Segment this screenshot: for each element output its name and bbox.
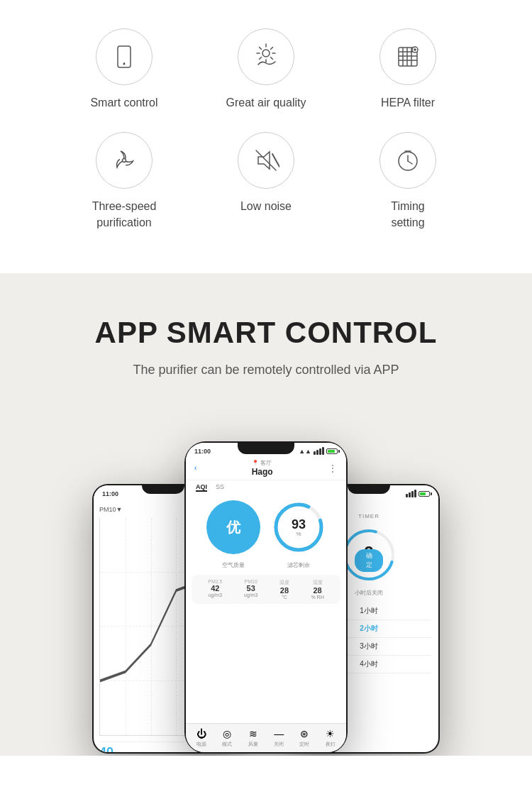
svg-point-2: [123, 63, 126, 65]
pm-unit: ug/m3: [116, 751, 132, 752]
temp-unit: °C: [279, 595, 289, 600]
mute-icon: [253, 147, 279, 174]
filter-label: 滤芯剩余: [272, 561, 326, 569]
nav-main-title: Hago: [252, 467, 273, 477]
power-icon: ⏻: [196, 728, 206, 739]
timer-sub-text: 小时后关闭: [355, 589, 383, 597]
svg-line-9: [271, 57, 273, 60]
nav-location: 📍 客厅: [252, 459, 273, 467]
svg-point-3: [262, 50, 270, 57]
gauges-row: 优 93 %: [186, 495, 346, 560]
tab-aqi[interactable]: AQI: [196, 483, 207, 492]
fan-icon: [111, 147, 138, 174]
svg-line-10: [271, 48, 273, 50]
stat-pm25: PM2.5 42 ug/m3: [208, 579, 222, 600]
more-button[interactable]: ⋮: [328, 463, 338, 474]
left-notch: [142, 484, 184, 494]
phone-center: 11:00 ▲▲: [184, 441, 348, 754]
bottom-nav: ⏻ 电源 ◎ 模式 ≋ 风量 — 关闭: [186, 723, 346, 752]
temp-label: 温度: [279, 579, 289, 586]
features-row-2: Three-speed purification Low noise: [14, 132, 518, 231]
aqi-tabs: AQI SS: [186, 480, 346, 495]
feature-three-speed: Three-speed purification: [53, 132, 195, 231]
bar3: [319, 448, 321, 455]
pm-reading: 40: [99, 745, 113, 752]
pm10-label: PM10: [244, 579, 257, 584]
svg-point-22: [123, 159, 126, 162]
timing-setting-label: Timing setting: [391, 199, 424, 231]
app-section-title: APP SMART CONTROL: [14, 316, 518, 350]
svg-line-8: [260, 48, 262, 50]
air-quality-gauge: 优: [206, 500, 260, 554]
feature-low-noise: Low noise: [195, 132, 337, 231]
bnav-timer[interactable]: ⊛ 定时: [299, 728, 309, 748]
light-icon: ☀: [326, 728, 335, 739]
right-battery-fill: [420, 492, 426, 495]
timer-nav-icon: ⊛: [300, 728, 309, 739]
pm25-label: PM2.5: [208, 579, 222, 584]
bar4: [322, 447, 324, 455]
svg-line-24: [272, 154, 279, 167]
timer-section-label: TIMER: [358, 513, 379, 519]
hepa-filter-icon-wrap: [379, 28, 436, 85]
center-battery-fill: [328, 450, 335, 453]
bar2: [409, 492, 411, 497]
back-button[interactable]: ‹: [194, 464, 196, 472]
clock-icon-wrap: [379, 132, 436, 189]
pm-header: PM10▼: [99, 506, 122, 513]
location-text: 客厅: [260, 459, 272, 467]
bnav-power[interactable]: ⏻ 电源: [196, 728, 206, 748]
app-section-subtitle: The purifier can be remotely controlled …: [14, 363, 518, 378]
timer-confirm-button[interactable]: 确定: [355, 549, 383, 572]
app-section: APP SMART CONTROL The purifier can be re…: [0, 273, 532, 756]
svg-line-11: [260, 57, 262, 60]
bnav-fan[interactable]: ≋ 风量: [248, 728, 258, 748]
bar1: [406, 494, 408, 497]
bar3: [411, 491, 414, 497]
fan-speed-icon: ≋: [249, 728, 257, 739]
bnav-light[interactable]: ☀ 夜灯: [326, 728, 336, 748]
tab-ss[interactable]: SS: [216, 483, 224, 492]
right-notch: [348, 484, 390, 494]
pm-value-area: 40 ug/m3: [99, 745, 133, 752]
center-battery-icon: [326, 448, 338, 454]
center-signal: [314, 447, 324, 455]
stat-temp: 温度 28 °C: [279, 579, 289, 600]
bar4: [414, 490, 416, 497]
timer-2h-label: 2小时: [360, 624, 378, 632]
clock-icon: [394, 147, 421, 174]
gauge-labels: 空气质量 滤芯剩余: [186, 560, 346, 572]
three-speed-label: Three-speed purification: [92, 199, 157, 231]
humidity-label: 湿度: [311, 579, 323, 586]
hepa-filter-label: HEPA filter: [381, 95, 435, 111]
close-label: 关闭: [274, 741, 284, 748]
humidity-unit: % RH: [311, 595, 323, 600]
bnav-close[interactable]: — 关闭: [274, 728, 284, 748]
timer-3h-label: 3小时: [360, 642, 378, 650]
bar1: [314, 451, 316, 455]
smart-control-label: Smart control: [90, 95, 157, 111]
air-quality-label: 空气质量: [206, 561, 260, 569]
left-time: 11:00: [102, 490, 118, 497]
smart-control-icon-wrap: [96, 28, 153, 85]
center-time: 11:00: [194, 448, 211, 455]
feature-smart-control: Smart control: [53, 28, 195, 111]
mute-icon-wrap: [238, 132, 294, 189]
bnav-mode[interactable]: ◎ 模式: [222, 728, 232, 748]
pm10-unit: ug/m3: [244, 593, 257, 597]
right-signal: [406, 490, 416, 497]
bar2: [316, 450, 318, 455]
feature-timing-setting: Timing setting: [337, 132, 479, 231]
timer-4h-label: 4小时: [360, 660, 378, 668]
arc-svg: [272, 500, 326, 554]
great-air-quality-label: Great air quality: [226, 95, 306, 111]
nav-title-area: 📍 客厅 Hago: [252, 459, 273, 477]
mode-icon: ◎: [223, 728, 231, 739]
pm25-unit: ug/m3: [208, 593, 222, 597]
center-status-right: ▲▲: [299, 447, 338, 455]
air-icon: [253, 43, 279, 70]
features-row-1: Smart control Great air quality: [14, 28, 518, 111]
humidity-value: 28: [311, 586, 323, 595]
timer-1h-label: 1小时: [360, 607, 378, 615]
filter-gauge: 93 %: [272, 500, 326, 554]
